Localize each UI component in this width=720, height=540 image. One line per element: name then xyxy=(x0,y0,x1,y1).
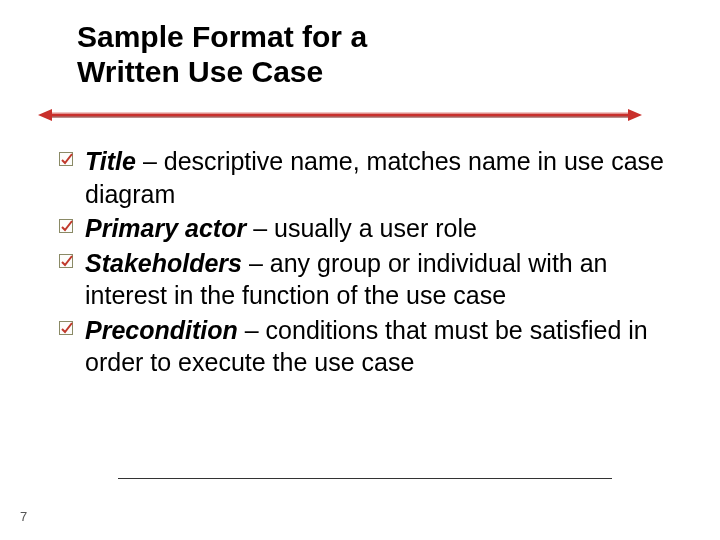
divider-arrow xyxy=(38,108,642,122)
svg-marker-4 xyxy=(628,109,642,121)
bullet-icon xyxy=(59,219,73,233)
slide: Sample Format for a Written Use Case Tit… xyxy=(0,0,720,540)
item-term: Title xyxy=(85,147,136,175)
bullet-icon xyxy=(59,321,73,335)
item-term: Precondition xyxy=(85,316,238,344)
footer-rule xyxy=(118,478,612,479)
list-item: Primary actor – usually a user role xyxy=(65,212,665,245)
item-desc: – usually a user role xyxy=(246,214,477,242)
list-item: Title – descriptive name, matches name i… xyxy=(65,145,665,210)
title-line-1: Sample Format for a xyxy=(77,20,367,53)
slide-title: Sample Format for a Written Use Case xyxy=(77,20,367,89)
item-desc: – descriptive name, matches name in use … xyxy=(85,147,664,208)
title-line-2: Written Use Case xyxy=(77,55,323,88)
list-item: Precondition – conditions that must be s… xyxy=(65,314,665,379)
svg-marker-3 xyxy=(38,109,52,121)
item-term: Primary actor xyxy=(85,214,246,242)
bullet-icon xyxy=(59,254,73,268)
list-item: Stakeholders – any group or individual w… xyxy=(65,247,665,312)
item-term: Stakeholders xyxy=(85,249,242,277)
bullet-icon xyxy=(59,152,73,166)
page-number: 7 xyxy=(20,509,27,524)
body-content: Title – descriptive name, matches name i… xyxy=(65,145,665,381)
